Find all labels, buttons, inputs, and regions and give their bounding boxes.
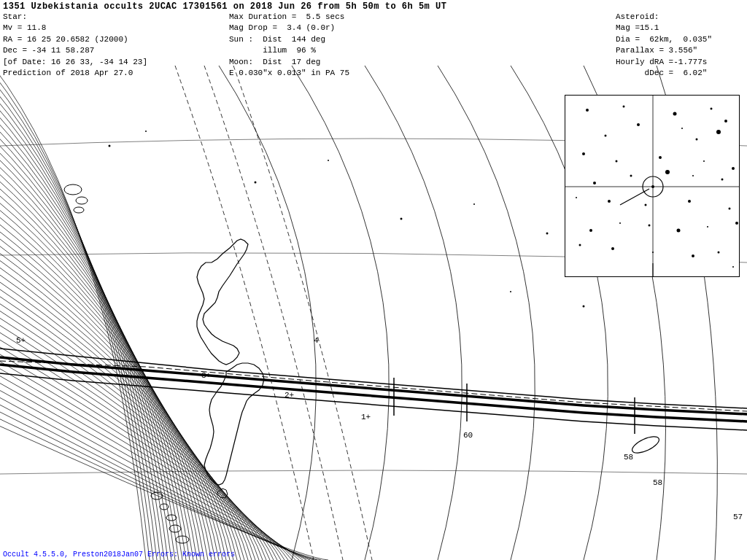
svg-point-40: [659, 156, 662, 159]
svg-point-45: [665, 170, 670, 174]
svg-point-17: [400, 218, 403, 220]
label-58b: 58: [653, 478, 662, 487]
asteroid-label: Asteroid:: [616, 12, 741, 23]
svg-point-44: [692, 175, 694, 176]
svg-point-49: [608, 200, 611, 203]
svg-point-57: [619, 222, 621, 224]
star-info-panel: Star: Mv = 11.8 RA = 16 25 20.6582 (J200…: [0, 10, 226, 80]
svg-point-36: [637, 123, 640, 126]
asteroid-parallax: Parallax = 3.556": [616, 45, 741, 56]
svg-point-55: [677, 229, 681, 233]
svg-point-43: [721, 179, 724, 181]
star-dec: Dec = -34 11 58.287: [3, 45, 223, 56]
svg-point-28: [586, 109, 589, 112]
label-60: 60: [463, 431, 473, 440]
svg-point-48: [576, 197, 577, 198]
main-container: 5+ 4 3+ 2+ 1+ 60 58 58 57: [0, 0, 747, 560]
asteroid-info-panel: Asteroid: Mag =15.1 Dia = 62km, 0.035" P…: [613, 10, 744, 80]
footer-text: Occult 4.5.5.0, Preston2018Jan07 Errors:…: [3, 551, 235, 559]
sun-illum: illum 96 %: [229, 45, 493, 56]
label-57: 57: [733, 513, 743, 521]
label-5plus: 5+: [16, 336, 26, 345]
svg-point-24: [583, 306, 585, 308]
map-area: 5+ 4 3+ 2+ 1+ 60 58 58 57: [0, 0, 747, 560]
svg-point-29: [623, 106, 625, 108]
svg-point-62: [692, 254, 694, 257]
svg-point-50: [645, 204, 647, 206]
svg-point-33: [716, 130, 721, 134]
svg-point-54: [707, 226, 708, 228]
svg-point-56: [649, 225, 651, 227]
svg-point-47: [593, 182, 596, 184]
svg-point-38: [582, 152, 585, 155]
label-3plus: 3+: [201, 371, 211, 380]
moon-dist: Moon: Dist 17 deg: [229, 57, 493, 68]
svg-point-60: [611, 247, 614, 250]
svg-point-30: [673, 112, 677, 116]
svg-point-41: [703, 160, 705, 162]
svg-point-37: [605, 135, 607, 137]
svg-point-15: [255, 182, 257, 184]
svg-point-51: [688, 200, 691, 203]
asteroid-dra: Hourly dRA =-1.777s: [616, 57, 741, 68]
footer: Occult 4.5.5.0, Preston2018Jan07 Errors:…: [3, 551, 235, 559]
svg-point-64: [732, 266, 734, 268]
svg-point-63: [718, 252, 720, 254]
svg-point-46: [630, 175, 632, 177]
label-1plus: 1+: [361, 413, 371, 421]
error-ellipse: E 0.030"x 0.013" in PA 75: [229, 68, 493, 79]
event-info-panel: Max Duration = 5.5 secs Mag Drop = 3.4 (…: [226, 10, 496, 80]
star-ra: RA = 16 25 20.6582 (J2000): [3, 34, 223, 45]
svg-point-19: [546, 233, 549, 235]
star-label: Star:: [3, 12, 223, 23]
star-prediction: Prediction of 2018 Apr 27.0: [3, 68, 223, 79]
svg-point-42: [732, 167, 735, 170]
svg-point-58: [589, 229, 592, 232]
star-chart-svg: [565, 96, 740, 277]
svg-point-16: [328, 160, 329, 161]
asteroid-mag: Mag =15.1: [616, 23, 741, 34]
star-mv: Mv = 11.8: [3, 23, 223, 34]
star-of-date: [of Date: 16 26 33, -34 14 23]: [3, 57, 223, 68]
label-2plus: 2+: [285, 391, 294, 400]
svg-point-53: [735, 222, 738, 225]
svg-point-13: [109, 145, 111, 147]
svg-point-18: [473, 203, 475, 205]
sun-dist: Sun : Dist 144 deg: [229, 34, 493, 45]
star-chart-inset: [565, 95, 740, 277]
label-58a: 58: [624, 453, 633, 462]
svg-point-31: [711, 108, 713, 110]
svg-point-35: [681, 128, 683, 129]
svg-point-32: [724, 120, 727, 122]
mag-drop: Mag Drop = 3.4 (0.0r): [229, 23, 493, 34]
svg-point-61: [652, 252, 654, 253]
svg-point-59: [579, 244, 581, 246]
svg-point-39: [616, 160, 618, 163]
asteroid-ddec: dDec = 6.02": [616, 68, 741, 79]
svg-point-52: [729, 208, 731, 210]
label-4: 4: [314, 336, 319, 345]
svg-point-68: [651, 185, 654, 188]
asteroid-dia: Dia = 62km, 0.035": [616, 34, 741, 45]
svg-point-23: [510, 291, 511, 292]
max-duration: Max Duration = 5.5 secs: [229, 12, 493, 23]
svg-point-34: [696, 139, 698, 141]
svg-point-14: [145, 131, 147, 132]
